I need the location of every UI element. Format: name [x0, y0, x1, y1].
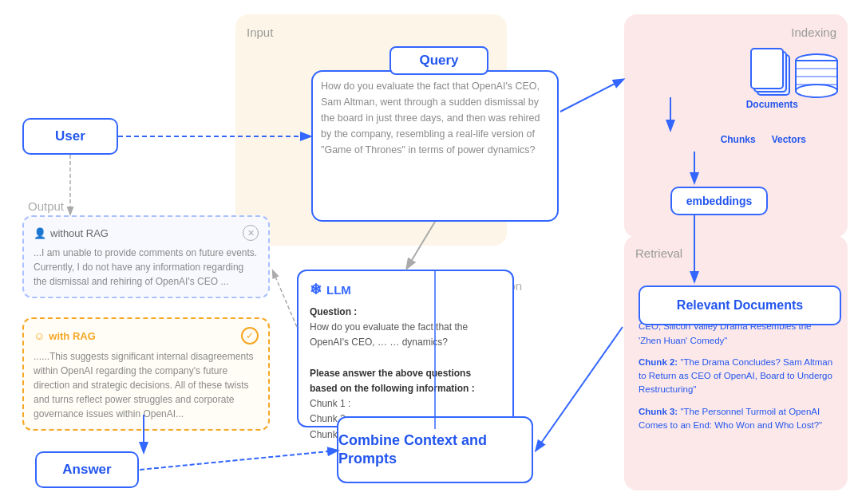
- input-label: Input: [247, 26, 496, 39]
- llm-header: ❄ LLM: [310, 281, 501, 298]
- with-rag-icon: ☺: [34, 329, 45, 342]
- chunk2-text: Chunk 2: "The Drama Concludes? Sam Altma…: [639, 356, 833, 397]
- chunks-label: Chunks: [721, 134, 756, 145]
- combine-label: Combine Context and Prompts: [338, 431, 532, 469]
- without-rag-header: 👤 without RAG ✕: [34, 225, 259, 241]
- with-rag-title-row: ☺ with RAG: [34, 329, 96, 342]
- llm-title: LLM: [326, 283, 351, 297]
- answer-box: Answer: [35, 451, 139, 488]
- svg-point-2: [796, 85, 837, 97]
- llm-instruction: Please answer the above questions based …: [310, 368, 475, 394]
- svg-line-11: [536, 327, 623, 450]
- user-box: User: [22, 118, 118, 155]
- documents-label: Documents: [746, 99, 798, 110]
- relevant-docs-label: Relevant Documents: [677, 298, 803, 313]
- query-title: Query: [419, 53, 458, 69]
- query-content-box: How do you evaluate the fact that OpenAI…: [311, 70, 559, 222]
- documents-icon: [750, 48, 793, 96]
- llm-question-text: How do you evaluate the fact that the Op…: [310, 321, 468, 348]
- embeddings-box: embeddings: [670, 187, 768, 215]
- with-rag-header: ☺ with RAG ✓: [34, 327, 259, 345]
- svg-line-15: [273, 271, 297, 327]
- snowflake-icon: ❄: [310, 281, 322, 298]
- with-rag-label: with RAG: [49, 330, 96, 342]
- with-rag-container: ☺ with RAG ✓ ......This suggests signifi…: [22, 317, 270, 431]
- indexing-label: Indexing: [635, 26, 836, 39]
- svg-line-17: [140, 451, 337, 470]
- relevant-docs-box: Relevant Documents: [639, 285, 841, 325]
- vectors-label: Vectors: [772, 134, 806, 145]
- chunks-vectors-labels: Chunks Vectors: [721, 134, 806, 145]
- combine-box: Combine Context and Prompts: [337, 416, 533, 483]
- close-icon: ✕: [243, 225, 259, 241]
- without-rag-icon: 👤: [34, 227, 46, 239]
- check-icon: ✓: [241, 327, 259, 345]
- without-rag-title-row: 👤 without RAG: [34, 227, 109, 239]
- chunk3-text: Chunk 3: "The Personnel Turmoil at OpenA…: [639, 405, 833, 433]
- retrieval-section: Retrieval Chunk 1: "Sam Altman Returns t…: [624, 235, 848, 490]
- embeddings-label: embeddings: [686, 195, 752, 207]
- output-label: Output: [28, 199, 64, 213]
- llm-chunk1: Chunk 1 :: [310, 398, 350, 409]
- without-rag-text: ...I am unable to provide comments on fu…: [34, 246, 259, 289]
- without-rag-container: 👤 without RAG ✕ ...I am unable to provid…: [22, 215, 270, 298]
- documents-area: Documents: [746, 48, 798, 110]
- without-rag-label: without RAG: [50, 227, 109, 239]
- query-title-box: Query: [389, 46, 488, 75]
- with-rag-text: ......This suggests significant internal…: [34, 349, 259, 421]
- svg-line-7: [560, 80, 623, 112]
- diagram-container: Indexing Retrieval Chunk 1: "Sam Altman …: [0, 0, 862, 504]
- user-label: User: [55, 128, 85, 144]
- query-text: How do you evaluate the fact that OpenAI…: [313, 72, 557, 163]
- answer-label: Answer: [62, 462, 111, 478]
- llm-box: ❄ LLM Question : How do you evaluate the…: [297, 270, 514, 427]
- retrieval-label: Retrieval: [635, 246, 836, 260]
- llm-question-label: Question :: [310, 306, 357, 317]
- database-icon: [793, 49, 840, 124]
